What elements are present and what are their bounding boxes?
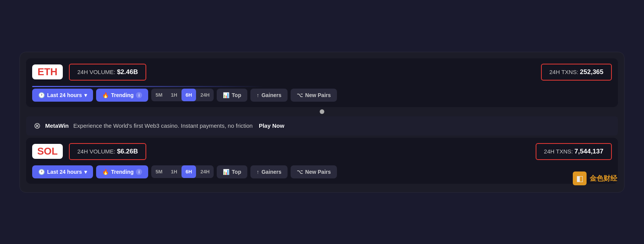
sol-time-button[interactable]: 🕐 Last 24 hours ▾ [32, 165, 93, 178]
eth-section: ETH 24H VOLUME: $2.46B 24H TXNS: 252,365… [26, 58, 618, 107]
eth-gainers-label: Gainers [262, 92, 281, 98]
bar-chart-icon: 📊 [223, 92, 229, 98]
eth-trending-label: Trending [111, 92, 134, 98]
sol-toolbar: 🕐 Last 24 hours ▾ 🔥 Trending i 5M 1H 6H … [32, 165, 612, 178]
eth-top-button[interactable]: 📊 Top [217, 89, 247, 102]
arrow-up-icon-sol: ↑ [257, 169, 259, 175]
clock-icon-sol: 🕐 [38, 169, 45, 175]
eth-time-group: 5M 1H 6H 24H [151, 89, 214, 101]
info-icon-sol: i [136, 169, 142, 175]
eth-6h-button[interactable]: 6H [181, 89, 196, 101]
divider-dot [320, 109, 324, 114]
sol-time-group: 5M 1H 6H 24H [151, 165, 214, 178]
eth-trending-button[interactable]: 🔥 Trending i [96, 89, 148, 102]
ad-banner: ⊗ MetaWin Experience the World's first W… [26, 116, 618, 135]
sol-volume-value: $6.26B [117, 148, 138, 155]
eth-volume-value: $2.46B [117, 68, 138, 76]
watermark: ◧ 金色财经 [573, 171, 617, 185]
watermark-icon: ◧ [573, 171, 587, 185]
sol-stats-row: SOL 24H VOLUME: $6.26B 24H TXNS: 7,544,1… [32, 143, 612, 160]
sol-new-pairs-button[interactable]: ⌥ New Pairs [291, 165, 337, 178]
eth-toolbar: 🕐 Last 24 hours ▾ 🔥 Trending i 5M 1H 6H … [32, 89, 612, 102]
watermark-text: 金色财经 [590, 174, 617, 183]
sol-6h-button[interactable]: 6H [181, 165, 196, 178]
metawin-icon: ⊗ [34, 121, 41, 131]
fire-icon-sol: 🔥 [102, 169, 109, 175]
chevron-down-icon: ▾ [84, 92, 87, 98]
sol-badge: SOL [32, 144, 63, 159]
eth-txns-box: 24H TXNS: 252,365 [541, 64, 612, 81]
bar-chart-icon-sol: 📊 [223, 169, 229, 175]
chevron-down-icon-sol: ▾ [84, 169, 87, 175]
sol-gainers-button[interactable]: ↑ Gainers [250, 165, 288, 178]
sol-section: SOL 24H VOLUME: $6.26B 24H TXNS: 7,544,1… [26, 138, 618, 184]
banner-text: Experience the World's first Web3 casino… [74, 122, 253, 129]
new-pairs-icon-sol: ⌥ [297, 169, 303, 175]
eth-1h-button[interactable]: 1H [167, 89, 181, 101]
eth-time-label: Last 24 hours [47, 92, 82, 98]
sol-gainers-label: Gainers [262, 169, 281, 175]
arrow-up-icon: ↑ [257, 92, 259, 98]
eth-new-pairs-button[interactable]: ⌥ New Pairs [291, 89, 337, 102]
sol-24h-button[interactable]: 24H [196, 165, 214, 178]
banner-brand: MetaWin [45, 122, 69, 129]
sol-time-label: Last 24 hours [47, 169, 82, 175]
banner-cta[interactable]: Play Now [259, 122, 284, 129]
sol-trending-label: Trending [111, 169, 134, 175]
sol-trending-button[interactable]: 🔥 Trending i [96, 165, 148, 178]
sol-volume-box: 24H VOLUME: $6.26B [69, 143, 146, 160]
eth-5m-button[interactable]: 5M [151, 89, 167, 101]
new-pairs-icon: ⌥ [297, 92, 303, 98]
sol-5m-button[interactable]: 5M [151, 165, 167, 178]
eth-stats-row: ETH 24H VOLUME: $2.46B 24H TXNS: 252,365 [32, 64, 612, 81]
eth-gainers-button[interactable]: ↑ Gainers [250, 89, 288, 102]
sol-new-pairs-label: New Pairs [305, 169, 331, 175]
sol-volume-label: 24H VOLUME: [77, 148, 115, 155]
sol-txns-box: 24H TXNS: 7,544,137 [536, 143, 612, 160]
eth-blue-line [32, 86, 612, 87]
sol-top-button[interactable]: 📊 Top [217, 165, 247, 178]
eth-time-button[interactable]: 🕐 Last 24 hours ▾ [32, 89, 93, 102]
eth-volume-box: 24H VOLUME: $2.46B [69, 64, 146, 81]
info-icon: i [136, 92, 142, 98]
eth-volume-label: 24H VOLUME: [77, 69, 115, 75]
eth-txns-value: 252,365 [580, 68, 603, 76]
eth-24h-button[interactable]: 24H [196, 89, 214, 101]
sol-1h-button[interactable]: 1H [167, 165, 181, 178]
sol-txns-value: 7,544,137 [574, 148, 603, 155]
eth-new-pairs-label: New Pairs [305, 92, 331, 98]
clock-icon: 🕐 [38, 92, 45, 98]
eth-badge: ETH [32, 64, 63, 79]
sol-top-label: Top [232, 169, 241, 175]
fire-icon: 🔥 [102, 92, 109, 98]
sol-txns-label: 24H TXNS: [544, 148, 573, 155]
eth-top-label: Top [232, 92, 241, 98]
eth-txns-label: 24H TXNS: [549, 69, 579, 75]
